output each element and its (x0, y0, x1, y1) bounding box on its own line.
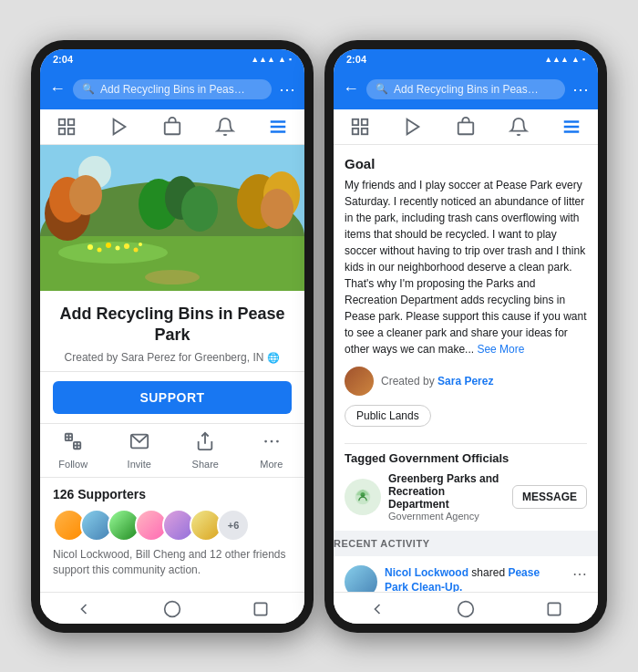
bottom-square-r[interactable] (541, 600, 567, 618)
nav-bar-right: ← 🔍 Add Recycling Bins in Pease P... ⋯ (334, 69, 598, 109)
official-avatar (345, 479, 381, 515)
svg-point-21 (261, 189, 293, 229)
activity-user[interactable]: Nicol Lockwood (385, 566, 468, 579)
creator-avatar (345, 367, 374, 396)
invite-label: Invite (128, 459, 151, 470)
follow-icon (63, 431, 83, 456)
petition-title: Add Recycling Bins in Pease Park (53, 304, 292, 346)
more-action[interactable]: More (239, 431, 305, 470)
right-phone-content: Goal My friends and I play soccer at Pea… (334, 145, 598, 592)
tagged-officials-title: Tagged Government Officials (345, 451, 587, 465)
public-lands-tag[interactable]: Public Lands (345, 405, 431, 427)
signal-icon-r: ▲▲▲ (544, 55, 569, 64)
wifi-icon: ▲ (278, 55, 286, 64)
follow-action[interactable]: Follow (40, 431, 107, 470)
icon-bar-menu[interactable] (268, 117, 288, 137)
svg-rect-2 (59, 128, 65, 133)
back-button-right[interactable]: ← (343, 79, 359, 98)
activity-text: Nicol Lockwood shared Pease Park Clean-U… (385, 565, 565, 592)
globe-icon: 🌐 (267, 352, 280, 364)
svg-rect-3 (68, 128, 74, 133)
official-row: Greenberg Parks and Recreation Departmen… (345, 472, 587, 522)
svg-point-29 (139, 243, 142, 246)
share-action[interactable]: Share (172, 431, 239, 470)
activity-more-dots[interactable]: ⋯ (572, 565, 587, 583)
status-bar-right: 2:04 ▲▲▲ ▲ ▪ (334, 49, 598, 69)
bottom-home-r[interactable] (453, 600, 478, 618)
search-text-left: Add Recycling Bins in Pease P... (100, 83, 246, 96)
see-more-link[interactable]: See More (477, 343, 524, 356)
created-by-label: Created by (381, 375, 435, 388)
activity-action: shared (471, 566, 508, 579)
search-icon-left: 🔍 (82, 83, 95, 95)
status-icons-right: ▲▲▲ ▲ ▪ (544, 55, 585, 64)
bottom-back[interactable] (71, 600, 97, 618)
search-bar-right[interactable]: 🔍 Add Recycling Bins in Pease P... (366, 79, 565, 99)
svg-point-41 (276, 440, 279, 443)
svg-rect-56 (548, 603, 560, 615)
message-button[interactable]: MESSAGE (512, 485, 587, 509)
nav-dots-left[interactable]: ⋯ (279, 79, 295, 99)
svg-point-22 (58, 242, 168, 264)
svg-point-55 (458, 601, 474, 616)
activity-info: Nicol Lockwood shared Pease Park Clean-U… (385, 565, 565, 592)
recent-activity-title: RECENT ACTIVITY (334, 538, 598, 549)
svg-marker-48 (407, 119, 419, 134)
icon-bar-bell-r[interactable] (509, 117, 529, 137)
creator-name[interactable]: Sara Perez (437, 375, 493, 388)
supporters-count: 126 Supporters (53, 487, 292, 501)
icon-bar-shop[interactable] (162, 117, 182, 137)
avatar-more: +6 (217, 509, 250, 542)
back-button-left[interactable]: ← (49, 79, 66, 98)
icon-bar-menu-r[interactable] (561, 117, 581, 137)
svg-rect-45 (362, 119, 367, 124)
nav-bar-left: ← 🔍 Add Recycling Bins in Pease P... ⋯ (40, 69, 304, 109)
icon-bar-shop-r[interactable] (456, 117, 476, 137)
svg-point-25 (106, 243, 111, 248)
official-name: Greenberg Parks and Recreation Departmen… (388, 472, 505, 511)
battery-icon-r: ▪ (582, 55, 585, 64)
goal-body-text: My friends and I play soccer at Pease Pa… (345, 179, 586, 356)
bottom-back-r[interactable] (365, 600, 390, 618)
right-phone: 2:04 ▲▲▲ ▲ ▪ ← 🔍 Add Recycling Bins in P… (324, 40, 607, 633)
petition-header: Add Recycling Bins in Pease Park Created… (40, 291, 304, 373)
icon-bar-home[interactable] (57, 117, 77, 137)
invite-action[interactable]: Invite (107, 431, 173, 470)
svg-rect-0 (59, 119, 65, 124)
icon-bar-home-r[interactable] (350, 117, 370, 137)
status-icons-left: ▲▲▲ ▲ ▪ (251, 55, 292, 64)
svg-point-30 (145, 270, 200, 284)
svg-rect-1 (68, 119, 74, 124)
svg-rect-49 (458, 122, 474, 134)
svg-point-18 (181, 186, 218, 232)
search-bar-left[interactable]: 🔍 Add Recycling Bins in Pease P... (73, 79, 272, 99)
official-type: Government Agency (388, 511, 505, 522)
supporter-avatars: +6 (53, 509, 292, 542)
svg-marker-4 (114, 119, 126, 134)
icon-bar-video-r[interactable] (403, 117, 423, 137)
svg-rect-43 (254, 603, 266, 615)
icon-bar-bell[interactable] (215, 117, 235, 137)
bottom-home[interactable] (160, 600, 185, 618)
created-by-row: Created by Sara Perez (345, 367, 587, 396)
svg-point-15 (69, 175, 102, 215)
more-icon (262, 431, 282, 456)
icon-bar-left (40, 109, 304, 145)
status-time-right: 2:04 (346, 54, 366, 65)
svg-point-24 (98, 247, 102, 252)
svg-rect-44 (353, 119, 358, 124)
section-divider (345, 443, 587, 444)
status-time-left: 2:04 (53, 54, 73, 65)
follow-label: Follow (58, 459, 87, 470)
icon-bar-video[interactable] (109, 117, 129, 137)
bottom-square[interactable] (248, 600, 273, 618)
svg-point-42 (165, 601, 180, 616)
bottom-nav-right (334, 592, 598, 624)
action-row: Follow Invite Share (40, 423, 304, 478)
supporters-text: Nicol Lockwood, Bill Cheng and 12 other … (53, 547, 292, 578)
support-button[interactable]: SUPPORT (53, 381, 292, 414)
nav-dots-right[interactable]: ⋯ (572, 79, 589, 99)
svg-rect-46 (353, 128, 358, 133)
goal-text: My friends and I play soccer at Pease Pa… (345, 177, 587, 357)
svg-point-40 (270, 440, 273, 443)
